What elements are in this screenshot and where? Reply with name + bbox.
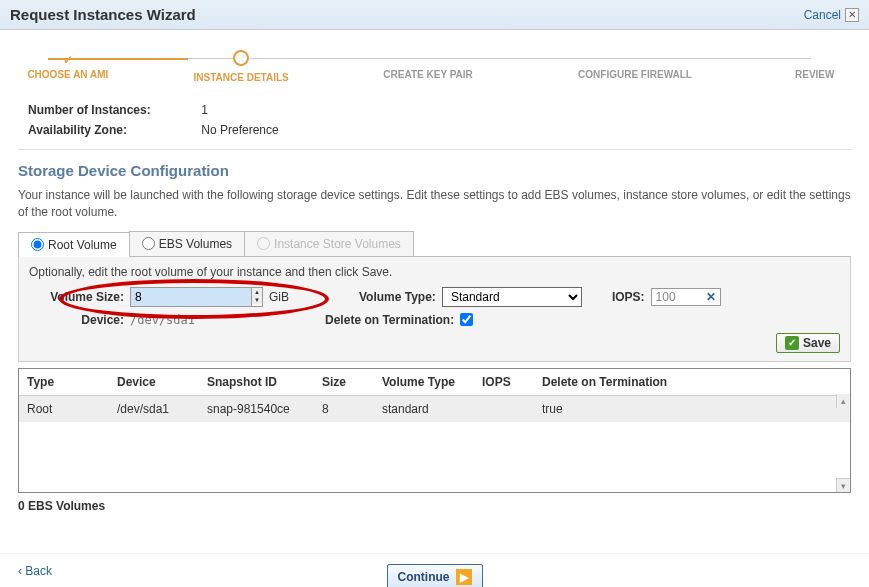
col-snapshot: Snapshot ID [207,375,322,389]
wizard-header: Request Instances Wizard Cancel ✕ [0,0,869,30]
col-type: Type [27,375,117,389]
tab-ebs-radio[interactable] [142,237,155,250]
volume-size-unit: GiB [269,290,289,304]
section-title: Storage Device Configuration [18,162,851,179]
device-label: Device: [29,313,124,327]
spinner-up-icon[interactable]: ▲ [252,288,262,296]
root-volume-panel: Optionally, edit the root volume of your… [18,257,851,362]
availability-zone-row: Availability Zone: No Preference [28,123,841,137]
tab-root-volume[interactable]: Root Volume [18,232,130,257]
cancel-link[interactable]: Cancel [804,8,841,22]
delete-on-termination-checkbox[interactable] [460,313,473,326]
delete-on-termination-label: Delete on Termination: [325,313,454,327]
volumes-table: Type Device Snapshot ID Size Volume Type… [18,368,851,493]
step-configure-firewall: CONFIGURE FIREWALL [572,53,699,80]
iops-clear-icon[interactable]: ✕ [706,290,716,304]
storage-tabs: Root Volume EBS Volumes Instance Store V… [18,231,851,257]
iops-label: IOPS: [612,290,645,304]
tab-root-radio[interactable] [31,238,44,251]
arrow-right-icon: ▶ [456,569,472,585]
col-delete: Delete on Termination [542,375,842,389]
iops-field: 100 ✕ [651,288,721,306]
back-link[interactable]: ‹ Back [18,564,52,578]
num-instances-row: Number of Instances: 1 [28,103,841,117]
col-vtype: Volume Type [382,375,482,389]
volume-type-label: Volume Type: [359,290,436,304]
wizard-steps: ✓ CHOOSE AN AMI INSTANCE DETAILS CREATE … [18,50,851,83]
step-active-dot-icon [233,50,249,66]
ebs-volumes-count: 0 EBS Volumes [18,499,851,513]
col-size: Size [322,375,382,389]
continue-button[interactable]: Continue ▶ [387,564,483,587]
num-instances-value: 1 [201,103,208,117]
tab-instance-store: Instance Store Volumes [244,231,414,256]
volume-size-spinner[interactable]: ▲ ▼ [130,287,263,307]
wizard-title: Request Instances Wizard [10,6,196,23]
table-row[interactable]: Root /dev/sda1 snap-981540ce 8 standard … [19,396,850,422]
device-value: /dev/sda1 [130,313,195,327]
volume-size-input[interactable] [131,288,251,306]
tab-ebs-volumes[interactable]: EBS Volumes [129,231,245,256]
step-choose-ami[interactable]: ✓ CHOOSE AN AMI [18,53,118,80]
num-instances-label: Number of Instances: [28,103,198,117]
close-icon[interactable]: ✕ [845,8,859,22]
scroll-down-icon[interactable]: ▾ [836,478,850,492]
tab-instance-radio [257,237,270,250]
col-iops: IOPS [482,375,542,389]
check-icon: ✓ [18,53,118,67]
volume-size-label: Volume Size: [29,290,124,304]
save-button[interactable]: ✓ Save [776,333,840,353]
availability-zone-label: Availability Zone: [28,123,198,137]
check-icon: ✓ [785,336,799,350]
step-instance-details[interactable]: INSTANCE DETAILS [178,50,305,83]
volume-type-select[interactable]: Standard [442,287,582,307]
step-create-key-pair: CREATE KEY PAIR [365,53,492,80]
availability-zone-value: No Preference [201,123,278,137]
section-desc: Your instance will be launched with the … [18,187,851,221]
panel-note: Optionally, edit the root volume of your… [29,265,840,279]
col-device: Device [117,375,207,389]
cancel-group: Cancel ✕ [804,8,859,22]
step-review: REVIEW [778,53,851,80]
scroll-up-icon[interactable]: ▴ [836,394,850,408]
table-header: Type Device Snapshot ID Size Volume Type… [19,369,850,396]
spinner-down-icon[interactable]: ▼ [252,296,262,304]
